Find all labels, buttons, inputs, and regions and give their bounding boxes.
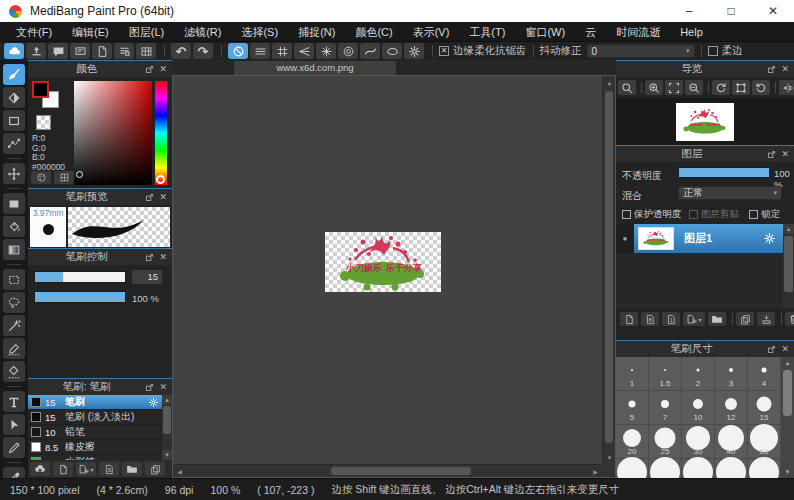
cloud-sync-button[interactable]: [4, 43, 24, 59]
brush-size-value[interactable]: 15: [132, 270, 162, 284]
brush-size-cell[interactable]: 25: [649, 425, 681, 458]
jitter-correction-dropdown[interactable]: 0 ▾: [587, 44, 695, 58]
brush-size-cell[interactable]: 5: [616, 391, 648, 424]
minimize-button[interactable]: –: [668, 0, 710, 22]
navigator-view[interactable]: [616, 98, 794, 145]
close-icon[interactable]: ✕: [781, 65, 789, 74]
layer-settings-gear[interactable]: [763, 232, 776, 245]
snap-vanishing-point-button[interactable]: [294, 43, 314, 59]
operate-tool[interactable]: [3, 414, 25, 435]
brush-list-item[interactable]: 8.5 橡皮擦: [28, 440, 162, 455]
brush-size-cell[interactable]: 30: [682, 425, 714, 458]
brush-size-cell[interactable]: [715, 459, 747, 478]
popout-icon[interactable]: [767, 65, 776, 74]
brush-size-cell[interactable]: [649, 459, 681, 478]
menu-help[interactable]: Help: [670, 22, 713, 42]
canvas-tab[interactable]: www.x6d.com.png: [234, 61, 396, 75]
eraser-tool[interactable]: [3, 87, 25, 108]
snap-settings-button[interactable]: [404, 43, 424, 59]
saturation-value-picker[interactable]: [74, 81, 152, 185]
layer-scrollbar[interactable]: ▲: [783, 224, 794, 308]
brush-list-scrollbar[interactable]: ▲ ▼: [162, 395, 172, 460]
brush-size-cell[interactable]: 20: [616, 425, 648, 458]
scroll-right-icon[interactable]: ▶: [589, 465, 602, 478]
fit-view-button[interactable]: [665, 80, 683, 95]
canvas-image[interactable]: 小刀娱乐 乐于分享: [325, 232, 441, 292]
snap-radial-button[interactable]: [316, 43, 336, 59]
brush-size-cell[interactable]: 7: [649, 391, 681, 424]
scroll-thumb[interactable]: [605, 91, 613, 443]
merge-layer-button[interactable]: [757, 312, 775, 326]
scroll-thumb[interactable]: [784, 236, 793, 292]
zoom-out-button[interactable]: [685, 80, 703, 95]
brush-list-item[interactable]: 15 笔刷: [28, 395, 162, 410]
brush-size-cell[interactable]: [748, 459, 780, 478]
rotate-left-button[interactable]: [712, 80, 730, 95]
canvas-vertical-scrollbar[interactable]: ▲ ▼: [602, 76, 615, 464]
script-brush-button[interactable]: [99, 462, 119, 476]
fill-tool[interactable]: [3, 193, 25, 214]
scroll-left-icon[interactable]: ◀: [173, 465, 186, 478]
delete-layer-button[interactable]: [785, 312, 794, 326]
add-brush-menu-button[interactable]: ▾: [76, 462, 96, 476]
brush-size-cell[interactable]: 2: [682, 357, 714, 390]
canvas-viewport[interactable]: 小刀娱乐 乐于分享 ▲ ▼ ◀ ▶: [172, 75, 616, 478]
add-layer-menu-button[interactable]: ▾: [683, 312, 705, 326]
brush-size-cell[interactable]: 1: [616, 357, 648, 390]
scroll-thumb[interactable]: [163, 406, 171, 434]
menu-filter[interactable]: 滤镜(R): [174, 22, 231, 42]
close-icon[interactable]: ✕: [159, 65, 167, 74]
brush-size-cell[interactable]: 12: [715, 391, 747, 424]
snap-grid-button[interactable]: [272, 43, 292, 59]
menu-select[interactable]: 选择(S): [231, 22, 288, 42]
scroll-up-icon[interactable]: ▲: [603, 76, 616, 89]
transparent-color-swatch[interactable]: [36, 115, 51, 130]
select-tool[interactable]: [3, 269, 25, 290]
duplicate-layer-button[interactable]: [736, 312, 754, 326]
close-icon[interactable]: ✕: [781, 345, 789, 354]
brush-size-cell[interactable]: [682, 459, 714, 478]
menu-window[interactable]: 窗口(W): [515, 22, 575, 42]
scroll-down-icon[interactable]: ▼: [603, 451, 616, 464]
close-icon[interactable]: ✕: [159, 253, 167, 262]
popout-icon[interactable]: [145, 65, 154, 74]
brush-opacity-slider[interactable]: [34, 291, 126, 303]
move-tool[interactable]: [3, 163, 25, 184]
layer-opacity-slider[interactable]: [678, 167, 770, 178]
close-icon[interactable]: ✕: [159, 193, 167, 202]
snap-concentric-button[interactable]: [338, 43, 358, 59]
brush-size-cell[interactable]: 50: [748, 425, 780, 458]
clipping-checkbox[interactable]: 图层剪贴: [689, 208, 739, 221]
brush-size-cell[interactable]: 4: [748, 357, 780, 390]
snap-parallel-button[interactable]: [250, 43, 270, 59]
menu-view[interactable]: 表示(V): [403, 22, 460, 42]
select-eraser-tool[interactable]: [3, 361, 25, 382]
document-button[interactable]: [92, 43, 112, 59]
brush-list-item[interactable]: 10 铅笔: [28, 425, 162, 440]
menu-timelapse[interactable]: 时间流逝: [606, 22, 670, 42]
magic-wand-tool[interactable]: [3, 315, 25, 336]
reset-view-button[interactable]: [732, 80, 750, 95]
new-1bit-layer-button[interactable]: [662, 312, 680, 326]
publish-button[interactable]: [26, 43, 46, 59]
brush-size-cell[interactable]: 15: [748, 391, 780, 424]
brush-size-cell[interactable]: [616, 459, 648, 478]
maximize-button[interactable]: □: [710, 0, 752, 22]
hue-slider[interactable]: [155, 81, 167, 185]
brush-size-cell[interactable]: 1.5: [649, 357, 681, 390]
workspace-button[interactable]: [136, 43, 156, 59]
lasso-tool[interactable]: [3, 292, 25, 313]
scroll-down-icon[interactable]: ▼: [162, 450, 172, 460]
swatch-grid-button[interactable]: [54, 171, 74, 184]
popout-icon[interactable]: [145, 253, 154, 262]
brush-list-item[interactable]: 15 笔刷 (淡入淡出): [28, 410, 162, 425]
pen-tool[interactable]: [3, 437, 25, 458]
layer-folder-button[interactable]: [708, 312, 726, 326]
brush-size-cell[interactable]: 3: [715, 357, 747, 390]
snap-off-button[interactable]: [228, 43, 248, 59]
brush-size-cell[interactable]: 10: [682, 391, 714, 424]
scroll-thumb[interactable]: [783, 370, 792, 416]
popout-icon[interactable]: [767, 150, 776, 159]
close-button[interactable]: ✕: [752, 0, 794, 22]
zoom-reset-button[interactable]: [618, 80, 636, 95]
